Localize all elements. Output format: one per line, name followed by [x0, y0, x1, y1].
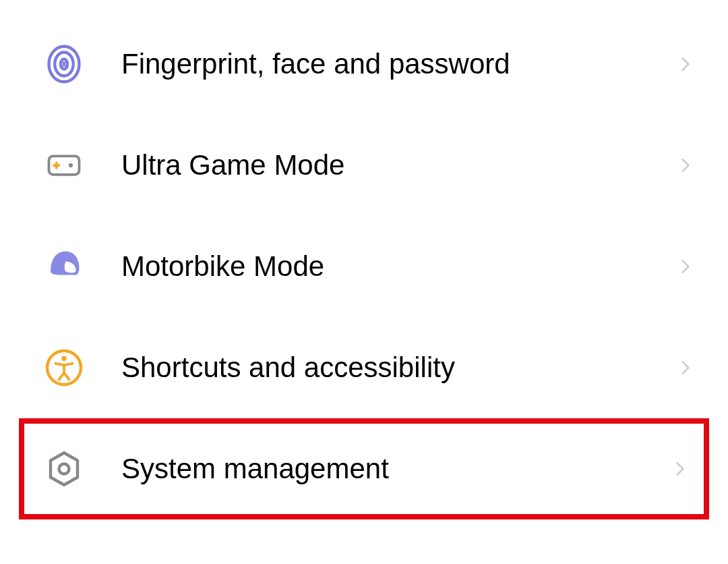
- settings-item-label: Fingerprint, face and password: [121, 48, 677, 80]
- settings-item-label: Shortcuts and accessibility: [121, 351, 677, 384]
- gamepad-icon: [44, 145, 84, 186]
- settings-item-label: System management: [121, 453, 671, 485]
- settings-item-fingerprint[interactable]: Fingerprint, face and password: [0, 13, 728, 115]
- settings-item-label: Motorbike Mode: [121, 250, 677, 283]
- chevron-right-icon: [677, 157, 694, 174]
- fingerprint-icon: [44, 44, 84, 84]
- gear-hex-icon: [44, 449, 84, 489]
- chevron-right-icon: [677, 55, 694, 73]
- chevron-right-icon: [671, 460, 689, 478]
- settings-item-motorbike-mode[interactable]: Motorbike Mode: [0, 216, 728, 317]
- chevron-right-icon: [677, 359, 694, 376]
- helmet-icon: [44, 246, 84, 287]
- svg-point-7: [69, 163, 73, 167]
- chevron-right-icon: [677, 258, 694, 275]
- svg-point-9: [61, 356, 67, 362]
- settings-item-accessibility[interactable]: Shortcuts and accessibility: [0, 317, 728, 418]
- svg-point-10: [59, 464, 69, 474]
- settings-item-system-management[interactable]: System management: [19, 418, 709, 519]
- settings-list: Fingerprint, face and password Ultra Gam…: [0, 0, 728, 519]
- settings-item-game-mode[interactable]: Ultra Game Mode: [0, 115, 728, 216]
- settings-item-label: Ultra Game Mode: [121, 149, 677, 181]
- accessibility-icon: [44, 347, 84, 388]
